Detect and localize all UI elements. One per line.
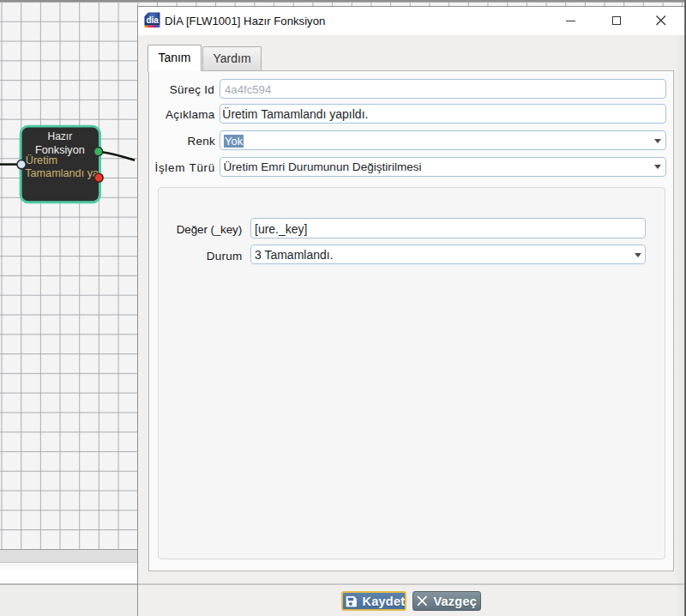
svg-text:Hazır: Hazır [48, 130, 73, 142]
svg-text:Tamamlandı yapıldı.: Tamamlandı yapıldı. [25, 167, 122, 179]
svg-text:Üretim: Üretim [26, 154, 57, 166]
svg-text:dia: dia [146, 15, 159, 25]
